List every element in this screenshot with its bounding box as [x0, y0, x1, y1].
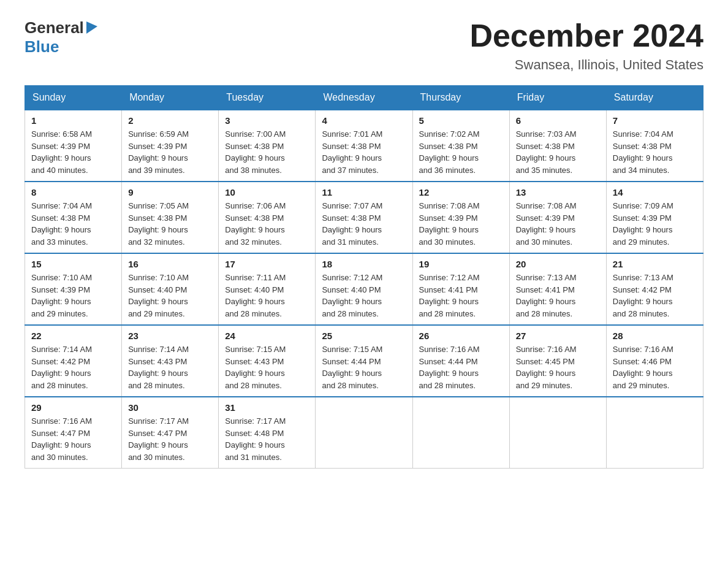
- calendar-cell: 8 Sunrise: 7:04 AM Sunset: 4:38 PM Dayli…: [25, 182, 122, 253]
- logo-general-text: General: [25, 18, 84, 37]
- calendar-week-row: 15 Sunrise: 7:10 AM Sunset: 4:39 PM Dayl…: [25, 253, 703, 325]
- page-header: General Blue December 2024 Swansea, Illi…: [25, 18, 703, 73]
- day-info: Sunrise: 7:07 AM Sunset: 4:38 PM Dayligh…: [322, 200, 406, 248]
- day-number: 29: [31, 402, 115, 413]
- calendar-cell: 10 Sunrise: 7:06 AM Sunset: 4:38 PM Dayl…: [219, 182, 316, 253]
- calendar-cell: 23 Sunrise: 7:14 AM Sunset: 4:43 PM Dayl…: [122, 325, 219, 397]
- calendar-table: SundayMondayTuesdayWednesdayThursdayFrid…: [25, 85, 703, 469]
- day-number: 22: [31, 331, 115, 341]
- weekday-header-wednesday: Wednesday: [316, 86, 412, 110]
- day-number: 12: [419, 187, 503, 197]
- calendar-cell: 28 Sunrise: 7:16 AM Sunset: 4:46 PM Dayl…: [606, 325, 703, 397]
- day-number: 6: [516, 115, 600, 126]
- title-section: December 2024 Swansea, Illinois, United …: [469, 18, 703, 73]
- day-number: 14: [613, 187, 697, 197]
- calendar-week-row: 22 Sunrise: 7:14 AM Sunset: 4:42 PM Dayl…: [25, 325, 703, 397]
- day-info: Sunrise: 7:08 AM Sunset: 4:39 PM Dayligh…: [419, 200, 503, 248]
- day-number: 7: [613, 115, 697, 126]
- day-number: 13: [516, 187, 600, 197]
- calendar-cell: 4 Sunrise: 7:01 AM Sunset: 4:38 PM Dayli…: [316, 110, 412, 182]
- calendar-cell: 17 Sunrise: 7:11 AM Sunset: 4:40 PM Dayl…: [219, 253, 316, 325]
- calendar-subtitle: Swansea, Illinois, United States: [469, 57, 703, 73]
- day-number: 3: [225, 115, 309, 126]
- calendar-header-row: SundayMondayTuesdayWednesdayThursdayFrid…: [25, 86, 703, 110]
- calendar-cell: 20 Sunrise: 7:13 AM Sunset: 4:41 PM Dayl…: [509, 253, 606, 325]
- day-info: Sunrise: 7:15 AM Sunset: 4:43 PM Dayligh…: [225, 343, 309, 391]
- day-info: Sunrise: 7:10 AM Sunset: 4:40 PM Dayligh…: [128, 272, 212, 320]
- calendar-cell: 19 Sunrise: 7:12 AM Sunset: 4:41 PM Dayl…: [412, 253, 509, 325]
- calendar-title: December 2024: [469, 18, 703, 53]
- calendar-cell: 1 Sunrise: 6:58 AM Sunset: 4:39 PM Dayli…: [25, 110, 122, 182]
- day-number: 27: [516, 331, 600, 341]
- calendar-week-row: 8 Sunrise: 7:04 AM Sunset: 4:38 PM Dayli…: [25, 182, 703, 253]
- day-number: 31: [225, 402, 309, 413]
- day-info: Sunrise: 7:04 AM Sunset: 4:38 PM Dayligh…: [31, 200, 115, 248]
- day-number: 8: [31, 187, 115, 197]
- day-number: 4: [322, 115, 406, 126]
- day-info: Sunrise: 7:13 AM Sunset: 4:41 PM Dayligh…: [516, 272, 600, 320]
- weekday-header-monday: Monday: [122, 86, 219, 110]
- day-number: 23: [128, 331, 212, 341]
- svg-marker-0: [86, 21, 97, 34]
- day-number: 1: [31, 115, 115, 126]
- calendar-cell: 31 Sunrise: 7:17 AM Sunset: 4:48 PM Dayl…: [219, 397, 316, 469]
- day-info: Sunrise: 7:17 AM Sunset: 4:47 PM Dayligh…: [128, 415, 212, 463]
- day-info: Sunrise: 7:11 AM Sunset: 4:40 PM Dayligh…: [225, 272, 309, 320]
- calendar-week-row: 29 Sunrise: 7:16 AM Sunset: 4:47 PM Dayl…: [25, 397, 703, 469]
- day-info: Sunrise: 7:14 AM Sunset: 4:42 PM Dayligh…: [31, 343, 115, 391]
- calendar-cell: 29 Sunrise: 7:16 AM Sunset: 4:47 PM Dayl…: [25, 397, 122, 469]
- calendar-cell: 12 Sunrise: 7:08 AM Sunset: 4:39 PM Dayl…: [412, 182, 509, 253]
- day-info: Sunrise: 6:58 AM Sunset: 4:39 PM Dayligh…: [31, 128, 115, 176]
- calendar-cell: 26 Sunrise: 7:16 AM Sunset: 4:44 PM Dayl…: [412, 325, 509, 397]
- calendar-cell: 24 Sunrise: 7:15 AM Sunset: 4:43 PM Dayl…: [219, 325, 316, 397]
- day-number: 20: [516, 259, 600, 269]
- logo-triangle-icon: [86, 21, 97, 34]
- weekday-header-friday: Friday: [509, 86, 606, 110]
- weekday-header-sunday: Sunday: [25, 86, 122, 110]
- day-info: Sunrise: 7:17 AM Sunset: 4:48 PM Dayligh…: [225, 415, 309, 463]
- day-info: Sunrise: 7:02 AM Sunset: 4:38 PM Dayligh…: [419, 128, 503, 176]
- weekday-header-thursday: Thursday: [412, 86, 509, 110]
- day-info: Sunrise: 7:10 AM Sunset: 4:39 PM Dayligh…: [31, 272, 115, 320]
- day-number: 19: [419, 259, 503, 269]
- day-number: 17: [225, 259, 309, 269]
- day-number: 18: [322, 259, 406, 269]
- weekday-header-tuesday: Tuesday: [219, 86, 316, 110]
- day-info: Sunrise: 7:04 AM Sunset: 4:38 PM Dayligh…: [613, 128, 697, 176]
- day-info: Sunrise: 7:16 AM Sunset: 4:44 PM Dayligh…: [419, 343, 503, 391]
- calendar-cell: 15 Sunrise: 7:10 AM Sunset: 4:39 PM Dayl…: [25, 253, 122, 325]
- calendar-cell: 16 Sunrise: 7:10 AM Sunset: 4:40 PM Dayl…: [122, 253, 219, 325]
- day-info: Sunrise: 7:08 AM Sunset: 4:39 PM Dayligh…: [516, 200, 600, 248]
- day-info: Sunrise: 7:16 AM Sunset: 4:45 PM Dayligh…: [516, 343, 600, 391]
- calendar-cell: 9 Sunrise: 7:05 AM Sunset: 4:38 PM Dayli…: [122, 182, 219, 253]
- calendar-cell: 13 Sunrise: 7:08 AM Sunset: 4:39 PM Dayl…: [509, 182, 606, 253]
- day-info: Sunrise: 7:15 AM Sunset: 4:44 PM Dayligh…: [322, 343, 406, 391]
- calendar-cell: 14 Sunrise: 7:09 AM Sunset: 4:39 PM Dayl…: [606, 182, 703, 253]
- calendar-cell: 11 Sunrise: 7:07 AM Sunset: 4:38 PM Dayl…: [316, 182, 412, 253]
- calendar-cell: 22 Sunrise: 7:14 AM Sunset: 4:42 PM Dayl…: [25, 325, 122, 397]
- day-number: 11: [322, 187, 406, 197]
- day-number: 16: [128, 259, 212, 269]
- logo: General Blue: [25, 18, 97, 56]
- day-info: Sunrise: 7:14 AM Sunset: 4:43 PM Dayligh…: [128, 343, 212, 391]
- calendar-cell: 7 Sunrise: 7:04 AM Sunset: 4:38 PM Dayli…: [606, 110, 703, 182]
- day-info: Sunrise: 7:01 AM Sunset: 4:38 PM Dayligh…: [322, 128, 406, 176]
- day-info: Sunrise: 7:06 AM Sunset: 4:38 PM Dayligh…: [225, 200, 309, 248]
- calendar-cell: 18 Sunrise: 7:12 AM Sunset: 4:40 PM Dayl…: [316, 253, 412, 325]
- day-number: 21: [613, 259, 697, 269]
- calendar-cell: 6 Sunrise: 7:03 AM Sunset: 4:38 PM Dayli…: [509, 110, 606, 182]
- day-number: 10: [225, 187, 309, 197]
- calendar-cell: 5 Sunrise: 7:02 AM Sunset: 4:38 PM Dayli…: [412, 110, 509, 182]
- day-number: 25: [322, 331, 406, 341]
- day-info: Sunrise: 7:16 AM Sunset: 4:47 PM Dayligh…: [31, 415, 115, 463]
- day-info: Sunrise: 7:05 AM Sunset: 4:38 PM Dayligh…: [128, 200, 212, 248]
- day-number: 9: [128, 187, 212, 197]
- day-info: Sunrise: 7:13 AM Sunset: 4:42 PM Dayligh…: [613, 272, 697, 320]
- day-info: Sunrise: 7:12 AM Sunset: 4:41 PM Dayligh…: [419, 272, 503, 320]
- day-number: 28: [613, 331, 697, 341]
- calendar-cell: 30 Sunrise: 7:17 AM Sunset: 4:47 PM Dayl…: [122, 397, 219, 469]
- day-info: Sunrise: 7:03 AM Sunset: 4:38 PM Dayligh…: [516, 128, 600, 176]
- day-info: Sunrise: 7:00 AM Sunset: 4:38 PM Dayligh…: [225, 128, 309, 176]
- calendar-cell: 25 Sunrise: 7:15 AM Sunset: 4:44 PM Dayl…: [316, 325, 412, 397]
- calendar-cell: [606, 397, 703, 469]
